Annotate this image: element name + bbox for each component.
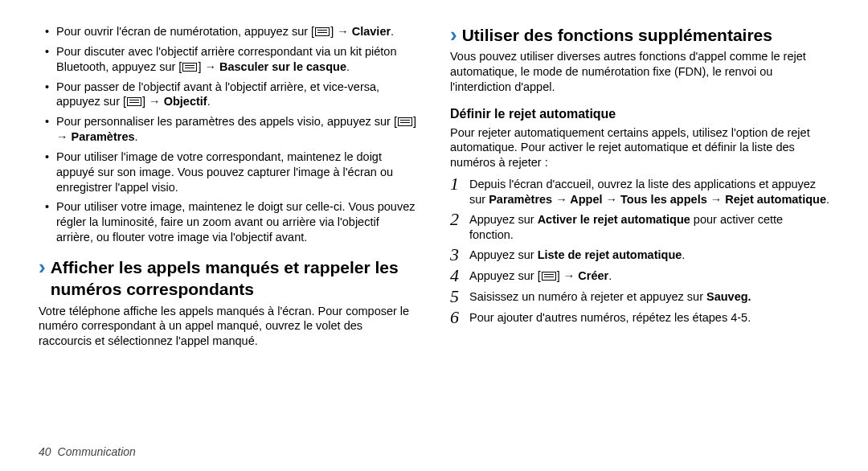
step-number: 2 — [450, 211, 469, 228]
step-item: 6 Pour ajouter d'autres numéros, répétez… — [450, 309, 829, 326]
list-item: Pour passer de l'objectif avant à l'obje… — [45, 80, 418, 110]
page-number: 40 — [39, 445, 51, 458]
step-item: 3 Appuyez sur Liste de rejet automatique… — [450, 246, 829, 264]
chevron-right-icon: › — [450, 24, 457, 45]
bullet-text: ] → — [330, 25, 352, 38]
bullet-text: . — [391, 25, 394, 38]
heading-text: Afficher les appels manqués et rappeler … — [51, 256, 418, 301]
chevron-right-icon: › — [39, 256, 46, 277]
list-item: Pour utiliser l'image de votre correspon… — [45, 149, 418, 195]
menu-icon — [182, 63, 197, 72]
step-text: Appuyez sur Activer le rejet automatique… — [469, 211, 829, 243]
menu-icon — [315, 27, 330, 36]
step-item: 4 Appuyez sur [] → Créer. — [450, 267, 829, 285]
heading-text: Utiliser des fonctions supplémentaires — [462, 24, 772, 46]
bullet-text: Pour passer de l'objectif avant à l'obje… — [56, 80, 379, 109]
step-text: Appuyez sur [] → Créer. — [469, 267, 829, 284]
bullet-bold: Objectif — [164, 95, 207, 108]
page-columns: Pour ouvrir l'écran de numérotation, app… — [39, 24, 829, 437]
list-item: Pour utiliser votre image, maintenez le … — [45, 199, 418, 245]
bullet-text: . — [346, 60, 350, 73]
list-item: Pour ouvrir l'écran de numérotation, app… — [45, 24, 418, 39]
bullet-text: Pour utiliser votre image, maintenez le … — [56, 200, 416, 244]
list-item: Pour discuter avec l'objectif arrière co… — [45, 44, 418, 75]
auto-reject-paragraph: Pour rejeter automatiquement certains ap… — [450, 125, 829, 171]
step-item: 1 Depuis l'écran d'accueil, ouvrez la li… — [450, 175, 829, 207]
subheading-auto-reject: Définir le rejet automatique — [450, 106, 829, 123]
step-text: Depuis l'écran d'accueil, ouvrez la list… — [469, 175, 829, 207]
bullet-text: Pour utiliser l'image de votre correspon… — [56, 150, 393, 194]
extra-functions-paragraph: Vous pouvez utiliser diverses autres fon… — [450, 49, 829, 95]
step-number: 6 — [450, 309, 469, 326]
left-column: Pour ouvrir l'écran de numérotation, app… — [39, 24, 418, 437]
bullet-text: ] → — [198, 60, 219, 73]
left-bullet-list: Pour ouvrir l'écran de numérotation, app… — [45, 24, 418, 245]
bullet-bold: Clavier — [352, 25, 391, 38]
bullet-text: Pour ouvrir l'écran de numérotation, app… — [56, 25, 314, 38]
missed-calls-paragraph: Votre téléphone affiche les appels manqu… — [39, 304, 418, 350]
step-text: Saisissez un numéro à rejeter et appuyez… — [469, 288, 829, 305]
menu-icon — [542, 272, 556, 281]
step-number: 4 — [450, 267, 469, 285]
right-column: › Utiliser des fonctions supplémentaires… — [450, 24, 829, 437]
step-text: Appuyez sur Liste de rejet automatique. — [469, 246, 829, 263]
bullet-bold: Paramètres — [72, 130, 135, 143]
menu-icon — [127, 97, 141, 106]
page-footer: 40 Communication — [39, 445, 829, 458]
bullet-text: . — [207, 95, 211, 108]
bullet-text: Pour personnaliser les paramètres des ap… — [56, 115, 397, 128]
step-item: 2 Appuyez sur Activer le rejet automatiq… — [450, 211, 829, 243]
bullet-bold: Basculer sur le casque — [219, 60, 346, 73]
menu-icon — [398, 117, 412, 126]
step-item: 5 Saisissez un numéro à rejeter et appuy… — [450, 288, 829, 305]
bullet-text: . — [135, 130, 138, 143]
footer-section: Communication — [58, 445, 136, 458]
numbered-steps: 1 Depuis l'écran d'accueil, ouvrez la li… — [450, 175, 829, 326]
step-number: 1 — [450, 175, 469, 193]
step-number: 3 — [450, 246, 469, 264]
section-heading-missed-calls: › Afficher les appels manqués et rappele… — [39, 256, 418, 301]
list-item: Pour personnaliser les paramètres des ap… — [45, 114, 418, 145]
bullet-text: ] → — [142, 95, 164, 108]
step-number: 5 — [450, 288, 469, 305]
section-heading-extra-functions: › Utiliser des fonctions supplémentaires — [450, 24, 829, 46]
step-text: Pour ajouter d'autres numéros, répétez l… — [469, 309, 829, 326]
